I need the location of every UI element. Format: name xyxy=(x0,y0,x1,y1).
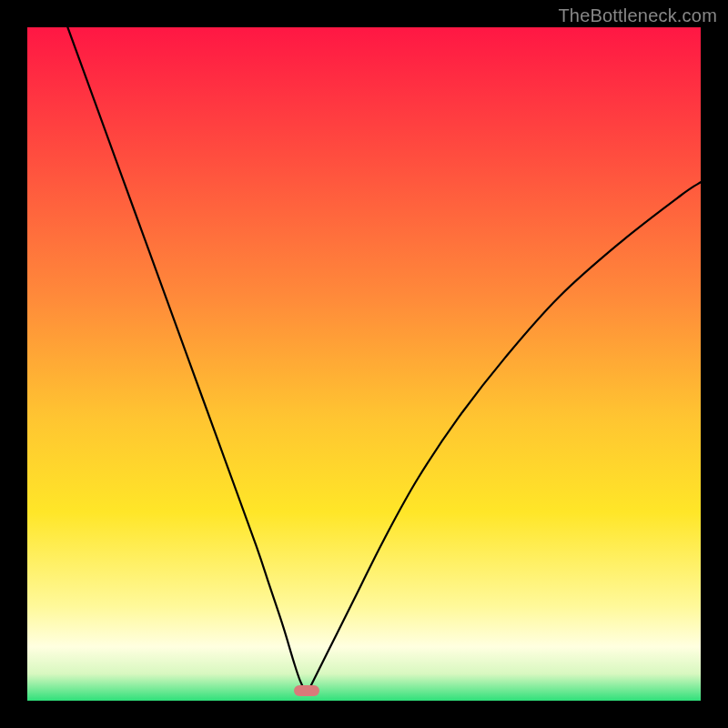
chart-frame: TheBottleneck.com xyxy=(0,0,728,728)
watermark-text: TheBottleneck.com xyxy=(558,5,717,26)
minimum-marker xyxy=(294,685,319,696)
plot-area xyxy=(27,27,701,701)
gradient-background xyxy=(27,27,701,701)
chart-svg xyxy=(27,27,701,701)
